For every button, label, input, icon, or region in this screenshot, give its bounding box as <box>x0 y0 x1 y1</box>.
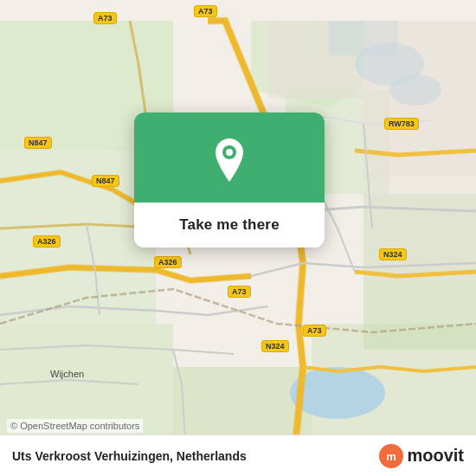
road-label-n324-1: N324 <box>379 248 407 261</box>
road-label-a73-2: A73 <box>194 5 217 17</box>
svg-rect-15 <box>268 21 363 99</box>
road-label-n324-2: N324 <box>261 340 289 352</box>
road-label-a73-4: A73 <box>228 286 251 298</box>
map-pin-icon <box>210 137 248 183</box>
road-label-a73-5: A73 <box>303 325 326 337</box>
road-label-n847-1: N847 <box>24 137 52 149</box>
osm-credit: © OpenStreetMap contributors <box>7 419 143 433</box>
road-label-rw783: RW783 <box>384 118 419 130</box>
popup-green-area <box>134 113 325 203</box>
take-me-there-button[interactable]: Take me there <box>134 203 325 248</box>
moovit-bus-icon: m <box>379 444 403 468</box>
popup-card: Take me there <box>134 113 325 248</box>
road-label-a326-1: A326 <box>33 235 61 248</box>
info-bar: Uts Verkroost Verhuizingen, Netherlands … <box>0 434 476 476</box>
svg-point-17 <box>226 149 233 156</box>
moovit-logo: m moovit <box>379 444 464 468</box>
place-label-wijchen: Wijchen <box>47 368 87 380</box>
road-label-n847-2: N847 <box>92 175 119 187</box>
map-container: A73 A73 A73 A73 A73 A326 A326 N847 N847 … <box>0 0 476 476</box>
road-label-a73-1: A73 <box>93 12 117 24</box>
road-label-a326-2: A326 <box>154 256 182 268</box>
location-name: Uts Verkroost Verhuizingen, Netherlands <box>12 449 247 463</box>
moovit-text: moovit <box>407 446 464 466</box>
svg-text:m: m <box>387 450 397 463</box>
